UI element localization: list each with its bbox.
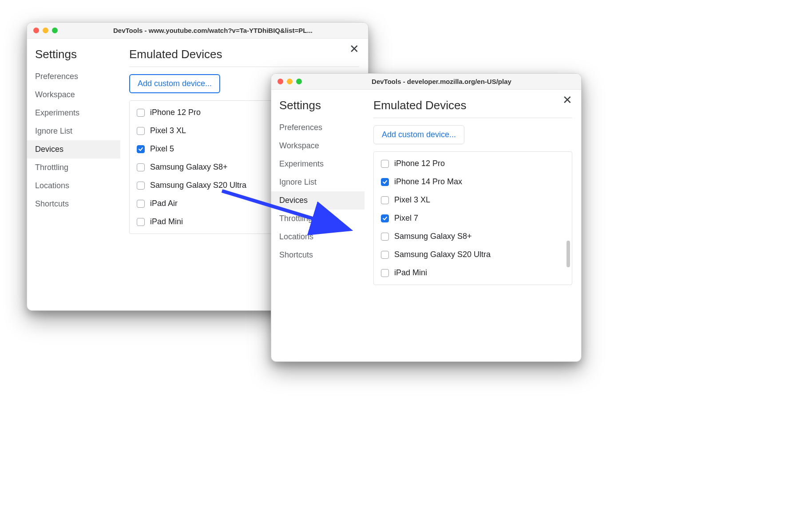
device-checkbox[interactable] xyxy=(137,145,145,153)
sidebar-title: Settings xyxy=(271,95,364,119)
titlebar: DevTools - developer.mozilla.org/en-US/p… xyxy=(271,74,581,90)
sidebar-item-locations[interactable]: Locations xyxy=(271,228,364,246)
sidebar-item-throttling[interactable]: Throttling xyxy=(27,158,120,177)
device-label: Pixel 3 XL xyxy=(394,195,430,205)
close-panel-icon[interactable]: ✕ xyxy=(349,43,359,55)
sidebar-item-devices[interactable]: Devices xyxy=(271,191,364,210)
add-custom-device-button[interactable]: Add custom device... xyxy=(373,125,464,144)
device-label: Samsung Galaxy S8+ xyxy=(150,162,228,172)
device-checkbox[interactable] xyxy=(137,163,145,171)
device-row[interactable]: iPhone 12 Pro xyxy=(374,154,572,173)
settings-sidebar: Settings PreferencesWorkspaceExperiments… xyxy=(271,90,364,361)
device-checkbox[interactable] xyxy=(381,160,389,168)
sidebar-item-shortcuts[interactable]: Shortcuts xyxy=(271,246,364,264)
sidebar-item-workspace[interactable]: Workspace xyxy=(271,137,364,155)
settings-sidebar: Settings PreferencesWorkspaceExperiments… xyxy=(27,39,120,310)
sidebar-items: PreferencesWorkspaceExperimentsIgnore Li… xyxy=(27,67,120,213)
sidebar-item-experiments[interactable]: Experiments xyxy=(271,155,364,173)
sidebar-item-shortcuts[interactable]: Shortcuts xyxy=(27,195,120,213)
sidebar-item-experiments[interactable]: Experiments xyxy=(27,104,120,122)
device-label: Pixel 3 XL xyxy=(150,126,186,135)
close-icon[interactable] xyxy=(277,79,283,84)
window-content: Settings PreferencesWorkspaceExperiments… xyxy=(271,90,581,361)
device-label: Pixel 5 xyxy=(150,144,174,154)
sidebar-items: PreferencesWorkspaceExperimentsIgnore Li… xyxy=(271,119,364,264)
close-icon[interactable] xyxy=(33,28,39,33)
device-checkbox[interactable] xyxy=(381,269,389,277)
device-list: iPhone 12 ProiPhone 14 Pro MaxPixel 3 XL… xyxy=(373,151,572,285)
sidebar-item-ignore-list[interactable]: Ignore List xyxy=(27,122,120,140)
window-title: DevTools - developer.mozilla.org/en-US/p… xyxy=(308,78,575,85)
device-checkbox[interactable] xyxy=(137,200,145,208)
scrollbar-thumb[interactable] xyxy=(566,241,570,267)
device-row[interactable]: iPhone 14 Pro Max xyxy=(374,173,572,191)
device-checkbox[interactable] xyxy=(381,196,389,204)
device-row[interactable]: Samsung Galaxy S20 Ultra xyxy=(374,246,572,264)
maximize-icon[interactable] xyxy=(52,28,58,33)
sidebar-item-throttling[interactable]: Throttling xyxy=(271,210,364,228)
settings-main: ✕ Emulated Devices Add custom device... … xyxy=(364,90,581,361)
device-checkbox[interactable] xyxy=(381,251,389,259)
minimize-icon[interactable] xyxy=(287,79,293,84)
minimize-icon[interactable] xyxy=(43,28,48,33)
sidebar-item-preferences[interactable]: Preferences xyxy=(271,119,364,137)
device-label: Samsung Galaxy S20 Ultra xyxy=(394,250,491,259)
device-label: Pixel 7 xyxy=(394,214,418,223)
sidebar-item-workspace[interactable]: Workspace xyxy=(27,86,120,104)
device-checkbox[interactable] xyxy=(137,127,145,135)
device-checkbox[interactable] xyxy=(137,182,145,190)
traffic-lights xyxy=(33,28,58,33)
device-label: iPad Air xyxy=(150,199,178,208)
sidebar-item-locations[interactable]: Locations xyxy=(27,177,120,195)
traffic-lights xyxy=(277,79,302,84)
devtools-window-front: DevTools - developer.mozilla.org/en-US/p… xyxy=(271,73,582,362)
window-title: DevTools - www.youtube.com/watch?v=Ta-YT… xyxy=(64,27,362,34)
page-title: Emulated Devices xyxy=(129,44,359,67)
sidebar-item-devices[interactable]: Devices xyxy=(27,140,120,158)
sidebar-title: Settings xyxy=(27,44,120,67)
sidebar-item-preferences[interactable]: Preferences xyxy=(27,67,120,86)
device-label: iPhone 12 Pro xyxy=(150,108,201,117)
device-label: iPad Mini xyxy=(394,268,427,277)
device-row[interactable]: Samsung Galaxy S8+ xyxy=(374,227,572,246)
device-row[interactable]: Pixel 7 xyxy=(374,209,572,227)
add-custom-device-button[interactable]: Add custom device... xyxy=(129,74,220,93)
device-checkbox[interactable] xyxy=(137,109,145,117)
close-panel-icon[interactable]: ✕ xyxy=(562,94,572,106)
device-checkbox[interactable] xyxy=(381,214,389,222)
device-checkbox[interactable] xyxy=(381,233,389,241)
sidebar-item-ignore-list[interactable]: Ignore List xyxy=(271,173,364,191)
device-label: iPhone 12 Pro xyxy=(394,159,445,168)
device-row[interactable]: Pixel 3 XL xyxy=(374,191,572,209)
device-label: Samsung Galaxy S8+ xyxy=(394,232,472,241)
device-label: Samsung Galaxy S20 Ultra xyxy=(150,181,246,190)
device-checkbox[interactable] xyxy=(381,178,389,186)
device-label: iPad Mini xyxy=(150,217,183,226)
device-row[interactable]: iPad Mini xyxy=(374,264,572,282)
titlebar: DevTools - www.youtube.com/watch?v=Ta-YT… xyxy=(27,23,368,39)
page-title: Emulated Devices xyxy=(373,95,572,118)
device-label: iPhone 14 Pro Max xyxy=(394,177,462,186)
maximize-icon[interactable] xyxy=(296,79,302,84)
device-checkbox[interactable] xyxy=(137,218,145,226)
